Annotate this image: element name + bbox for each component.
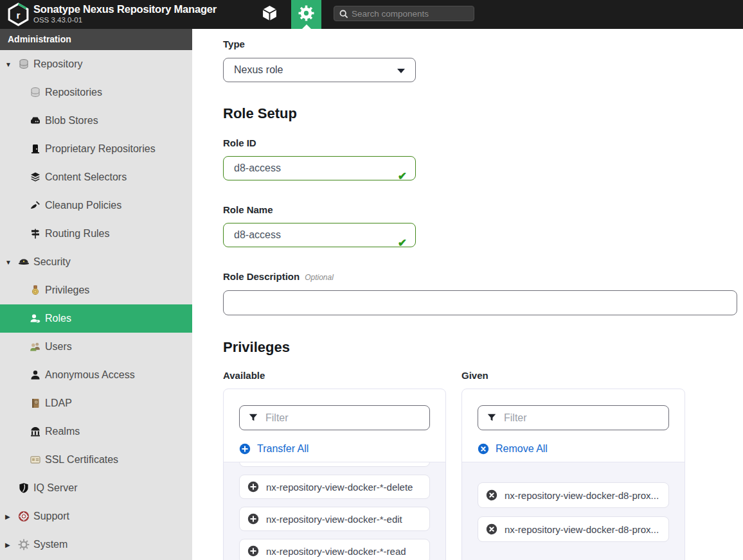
layers-icon	[30, 171, 41, 183]
sidebar-item-anonymous-access[interactable]: Anonymous Access	[0, 361, 192, 389]
role-id-field-wrap: ✔	[223, 156, 416, 180]
list-item[interactable]: nx-repository-view-docker-d8-prox...	[478, 516, 669, 542]
sidebar-item-label: Users	[45, 341, 72, 353]
sidebar-item-label: Realms	[45, 426, 80, 437]
sidebar-item-label: Repository	[33, 58, 82, 70]
sidebar-item-repositories[interactable]: Repositories	[0, 78, 192, 107]
search-input[interactable]	[352, 6, 472, 21]
list-item[interactable]: nx-repository-view-docker-*-read	[239, 539, 430, 560]
list-item[interactable]: nx-repository-view-docker-*-delete	[239, 475, 430, 499]
sidebar-item-label: Blob Stores	[45, 115, 98, 127]
app-title-block: Sonatype Nexus Repository Manager OSS 3.…	[33, 3, 217, 24]
sidebar-item-label: Support	[33, 511, 69, 522]
check-icon: ✔	[398, 170, 407, 183]
optional-hint: Optional	[305, 273, 334, 282]
caret-down-icon[interactable]: ▼	[5, 61, 18, 68]
cube-icon	[261, 4, 278, 24]
privileges-title: Privileges	[223, 339, 743, 356]
caret-right-icon[interactable]: ▶	[5, 513, 18, 520]
sidebar-header: Administration	[0, 29, 192, 50]
caret-right-icon[interactable]: ▶	[5, 541, 18, 548]
list-item-partial[interactable]	[239, 462, 430, 467]
sidebar-item-content-selectors[interactable]: Content Selectors	[0, 163, 192, 191]
x-circle-icon	[486, 523, 497, 535]
transfer-all-label: Transfer All	[257, 443, 309, 455]
id-card-icon	[30, 454, 41, 466]
privilege-name: nx-repository-view-docker-*-edit	[266, 514, 402, 525]
role-description-input[interactable]	[223, 290, 737, 315]
gear-icon	[18, 539, 30, 550]
given-filter-wrap	[478, 405, 669, 430]
browse-mode-button[interactable]	[254, 0, 285, 29]
available-panel: Transfer All nx-repository-view-docker-*…	[223, 389, 446, 560]
role-id-input[interactable]	[223, 156, 416, 180]
search-icon	[339, 10, 348, 19]
lifebuoy-icon	[18, 511, 30, 522]
list-item[interactable]: nx-repository-view-docker-*-edit	[239, 507, 430, 531]
given-panel: Remove All nx-repository-view-docker-d8-…	[461, 389, 685, 560]
sidebar-item-users[interactable]: Users	[0, 333, 192, 361]
sidebar-item-ssl-certificates[interactable]: SSL Certificates	[0, 446, 192, 474]
given-filter-input[interactable]	[478, 405, 669, 430]
available-panel-header: Transfer All	[224, 389, 445, 462]
sidebar-item-support[interactable]: ▶ Support	[0, 502, 192, 530]
app-title: Sonatype Nexus Repository Manager	[33, 3, 217, 15]
available-list: nx-repository-view-docker-*-delete nx-re…	[224, 462, 445, 560]
sidebar-item-privileges[interactable]: Privileges	[0, 276, 192, 304]
role-setup-title: Role Setup	[223, 105, 743, 122]
available-column: Available Transfer All	[223, 370, 446, 560]
sidebar-item-security[interactable]: ▼ Security	[0, 248, 192, 276]
role-id-label: Role ID	[223, 138, 743, 148]
sidebar-item-ldap[interactable]: LDAP	[0, 389, 192, 417]
sidebar-item-roles[interactable]: Roles	[0, 304, 192, 333]
sidebar-item-blob-stores[interactable]: Blob Stores	[0, 107, 192, 135]
type-select[interactable]: Nexus role	[223, 58, 416, 82]
remove-all-button[interactable]: Remove All	[478, 443, 669, 455]
sidebar-item-label: LDAP	[45, 398, 72, 409]
nexus-logo-icon: r	[6, 2, 31, 27]
caret-down-icon[interactable]: ▼	[5, 259, 18, 266]
role-name-input[interactable]	[223, 223, 416, 247]
database-icon	[18, 58, 30, 70]
sidebar-item-system[interactable]: ▶ System	[0, 530, 192, 559]
global-search	[334, 6, 474, 21]
admin-mode-button[interactable]	[291, 0, 321, 29]
gear-icon	[298, 5, 314, 24]
available-label: Available	[223, 370, 446, 381]
hdd-icon	[30, 115, 41, 127]
available-filter-input[interactable]	[239, 405, 430, 430]
sidebar-item-realms[interactable]: Realms	[0, 417, 192, 446]
door-icon	[30, 143, 41, 155]
privilege-name: nx-repository-view-docker-d8-prox...	[505, 490, 659, 501]
database-icon	[30, 87, 41, 98]
sidebar-item-repository[interactable]: ▼ Repository	[0, 50, 192, 78]
given-column: Given Remove All	[461, 370, 685, 560]
broom-icon	[30, 200, 41, 211]
plus-circle-icon	[247, 513, 259, 525]
sidebar-item-routing-rules[interactable]: Routing Rules	[0, 220, 192, 248]
role-name-field-wrap: ✔	[223, 223, 416, 247]
role-description-label-text: Role Description	[223, 271, 300, 282]
list-item[interactable]: nx-repository-view-docker-d8-prox...	[478, 482, 669, 508]
sidebar-item-proprietary-repositories[interactable]: Proprietary Repositories	[0, 135, 192, 163]
sidebar-item-label: Repositories	[45, 87, 102, 98]
x-circle-icon	[486, 489, 497, 501]
plus-circle-icon	[247, 481, 259, 493]
sidebar-item-label: System	[33, 539, 67, 550]
top-bar: r Sonatype Nexus Repository Manager OSS …	[0, 0, 743, 29]
admin-sidebar: Administration ▼ Repository Repositories…	[0, 29, 192, 560]
sidebar-item-label: Content Selectors	[45, 171, 127, 183]
sidebar-item-iq-server[interactable]: IQ Server	[0, 474, 192, 502]
transfer-all-button[interactable]: Transfer All	[239, 443, 430, 455]
sidebar-item-cleanup-policies[interactable]: Cleanup Policies	[0, 191, 192, 220]
sidebar-item-label: Routing Rules	[45, 228, 110, 240]
active-tab-pointer	[302, 24, 311, 29]
privilege-name: nx-repository-view-docker-*-delete	[266, 482, 413, 493]
plus-circle-icon	[239, 443, 251, 455]
svg-text:r: r	[17, 10, 21, 21]
shield-icon	[18, 482, 30, 494]
filter-icon	[487, 412, 497, 423]
type-select-value: Nexus role	[234, 64, 283, 76]
police-cap-icon	[18, 256, 30, 268]
given-panel-header: Remove All	[462, 389, 685, 462]
